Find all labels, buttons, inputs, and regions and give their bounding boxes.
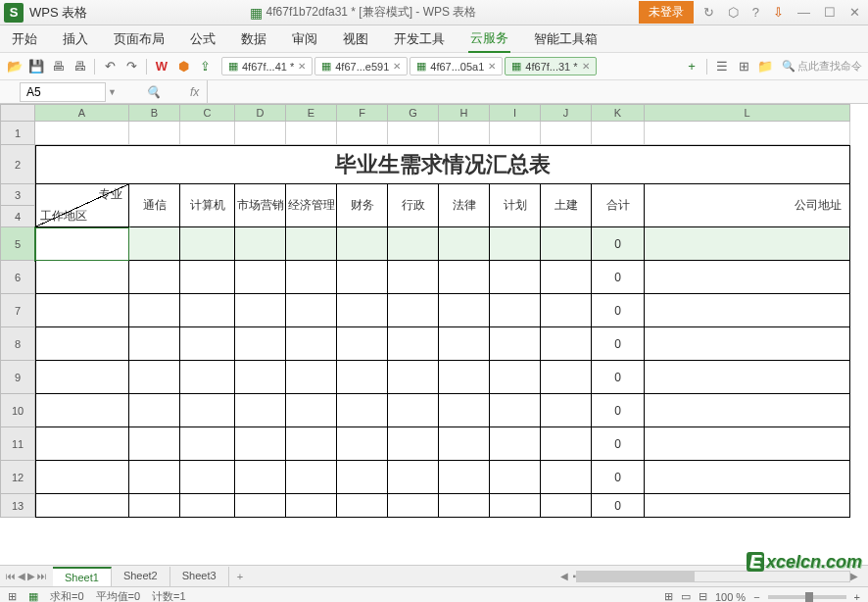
menu-6[interactable]: 视图 xyxy=(341,26,370,52)
formula-input[interactable] xyxy=(207,80,868,103)
cell[interactable] xyxy=(439,294,490,327)
row-header-12[interactable]: 12 xyxy=(0,461,35,494)
menu-9[interactable]: 智能工具箱 xyxy=(532,26,600,52)
cell[interactable] xyxy=(490,227,541,261)
view-break-icon[interactable]: ⊟ xyxy=(699,590,707,602)
menu-7[interactable]: 开发工具 xyxy=(392,26,447,52)
row-header-9[interactable]: 9 xyxy=(0,361,35,394)
cell[interactable] xyxy=(129,461,180,494)
cell[interactable] xyxy=(337,227,388,261)
cell[interactable] xyxy=(439,327,490,361)
header-cell-7[interactable]: 计划 xyxy=(490,184,541,227)
cell[interactable] xyxy=(35,427,129,461)
cell[interactable] xyxy=(286,261,337,294)
tool-icon-5[interactable]: ↷ xyxy=(122,58,140,75)
col-header-G[interactable]: G xyxy=(388,104,439,122)
cell[interactable] xyxy=(35,261,129,294)
cell[interactable] xyxy=(235,261,286,294)
cell[interactable] xyxy=(388,261,439,294)
next-sheet-icon[interactable]: ▶ xyxy=(27,571,35,581)
cell[interactable] xyxy=(129,261,180,294)
login-button[interactable]: 未登录 xyxy=(639,1,694,24)
tool-icon-0[interactable]: 📂 xyxy=(6,58,24,75)
cell[interactable] xyxy=(645,494,850,518)
view-normal-icon[interactable]: ⊞ xyxy=(664,590,673,602)
select-all-corner[interactable] xyxy=(0,104,35,122)
cell[interactable] xyxy=(337,361,388,394)
menu-0[interactable]: 开始 xyxy=(10,26,39,52)
cell[interactable] xyxy=(180,394,235,427)
cell[interactable] xyxy=(490,122,541,145)
cell[interactable] xyxy=(490,427,541,461)
col-header-H[interactable]: H xyxy=(439,104,490,122)
cell[interactable] xyxy=(235,394,286,427)
settings-icon[interactable]: ⬡ xyxy=(724,3,743,22)
col-header-B[interactable]: B xyxy=(129,104,180,122)
name-box[interactable]: A5 xyxy=(20,82,106,102)
layout-icon[interactable]: ⊞ xyxy=(8,590,17,602)
command-search[interactable]: 🔍 点此查找命令 xyxy=(782,59,862,74)
close-tab-icon[interactable]: ✕ xyxy=(393,61,401,72)
cell[interactable] xyxy=(180,494,235,518)
tool-icon-4[interactable]: ↶ xyxy=(101,58,119,75)
cell[interactable] xyxy=(645,261,850,294)
header-cell-0[interactable]: 通信 xyxy=(129,184,180,227)
col-header-C[interactable]: C xyxy=(180,104,235,122)
cell[interactable] xyxy=(286,427,337,461)
cell[interactable] xyxy=(129,227,180,261)
download-icon[interactable]: ⇩ xyxy=(769,3,788,22)
help-icon[interactable]: ? xyxy=(748,3,763,22)
col-header-L[interactable]: L xyxy=(645,104,850,122)
grid-icon[interactable]: ⊞ xyxy=(735,58,752,75)
cell[interactable] xyxy=(180,122,235,145)
total-cell-2[interactable]: 0 xyxy=(592,294,645,327)
total-cell-3[interactable]: 0 xyxy=(592,327,645,361)
cell[interactable] xyxy=(235,327,286,361)
cell[interactable] xyxy=(35,122,129,145)
tool-icon-1[interactable]: 💾 xyxy=(27,58,45,75)
header-cell-5[interactable]: 行政 xyxy=(388,184,439,227)
cell[interactable] xyxy=(129,294,180,327)
header-cell-9[interactable]: 合计 xyxy=(592,184,645,227)
add-sheet-button[interactable]: + xyxy=(229,568,251,585)
row-header-7[interactable]: 7 xyxy=(0,294,35,327)
sheet-tab-Sheet2[interactable]: Sheet2 xyxy=(112,567,170,586)
zoom-in-icon[interactable]: + xyxy=(854,591,860,603)
cell[interactable] xyxy=(235,494,286,518)
menu-2[interactable]: 页面布局 xyxy=(112,26,167,52)
cell[interactable] xyxy=(541,227,592,261)
cell[interactable] xyxy=(35,327,129,361)
scroll-right-icon[interactable]: ▶ xyxy=(850,571,858,581)
cell[interactable] xyxy=(490,494,541,518)
total-cell-1[interactable]: 0 xyxy=(592,261,645,294)
cell[interactable] xyxy=(235,294,286,327)
cell[interactable] xyxy=(490,261,541,294)
cell[interactable] xyxy=(388,461,439,494)
col-header-D[interactable]: D xyxy=(235,104,286,122)
cell[interactable] xyxy=(337,327,388,361)
cube-icon[interactable]: ⬢ xyxy=(174,58,192,75)
header-cell-4[interactable]: 财务 xyxy=(337,184,388,227)
view-page-icon[interactable]: ▭ xyxy=(681,590,691,602)
cell[interactable] xyxy=(541,427,592,461)
share-icon[interactable]: ⇪ xyxy=(196,58,214,75)
row-header-10[interactable]: 10 xyxy=(0,394,35,427)
cell[interactable] xyxy=(541,294,592,327)
cell[interactable] xyxy=(490,327,541,361)
diagonal-header-cell[interactable]: 专业工作地区 xyxy=(35,184,129,227)
cell[interactable] xyxy=(439,227,490,261)
cell[interactable] xyxy=(490,461,541,494)
minimize-icon[interactable]: — xyxy=(794,3,814,22)
folder-icon[interactable]: 📁 xyxy=(756,58,774,75)
close-icon[interactable]: ✕ xyxy=(845,3,864,22)
menu-4[interactable]: 数据 xyxy=(239,26,268,52)
tool-icon-3[interactable]: 🖷 xyxy=(71,58,88,75)
cell[interactable] xyxy=(129,361,180,394)
cell[interactable] xyxy=(645,327,850,361)
row-header-5[interactable]: 5 xyxy=(0,227,35,261)
fx-icon[interactable]: fx xyxy=(190,85,199,99)
cell[interactable] xyxy=(541,122,592,145)
cell[interactable] xyxy=(337,494,388,518)
menu-3[interactable]: 公式 xyxy=(188,26,217,52)
cell[interactable] xyxy=(439,494,490,518)
